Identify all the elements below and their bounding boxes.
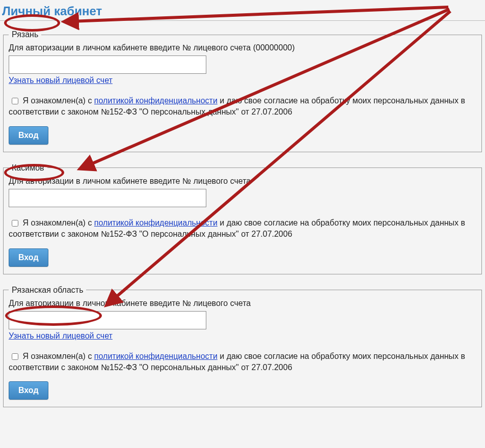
consent-row: Я ознакомлен(а) с политикой конфиденциал… [9, 351, 476, 374]
login-button[interactable]: Вход [9, 126, 48, 145]
policy-link[interactable]: политикой конфиденциальности [94, 352, 218, 360]
policy-link[interactable]: политикой конфиденциальности [94, 218, 218, 227]
page-title: Личный кабинет [0, 0, 485, 21]
new-account-link[interactable]: Узнать новый лицевой счет [9, 76, 113, 85]
account-number-input[interactable] [9, 311, 206, 329]
region-legend: Рязанская область [9, 286, 86, 295]
consent-checkbox[interactable] [12, 353, 18, 360]
new-account-link[interactable]: Узнать новый лицевой счет [9, 331, 113, 341]
region-legend: Рязань [9, 30, 41, 39]
consent-row: Я ознакомлен(а) с политикой конфиденциал… [9, 217, 476, 240]
instruction-text: Для авторизации в личном кабинете введит… [9, 43, 476, 52]
account-number-input[interactable] [9, 189, 206, 207]
login-button[interactable]: Вход [9, 381, 48, 400]
region-ryazan: Рязань Для авторизации в личном кабинете… [3, 30, 482, 152]
consent-prefix: Я ознакомлен(а) с [22, 352, 94, 360]
policy-link[interactable]: политикой конфиденциальности [94, 96, 218, 105]
account-number-input[interactable] [9, 55, 206, 74]
instruction-text: Для авторизации в личном кабинете введит… [9, 299, 476, 308]
consent-prefix: Я ознакомлен(а) с [22, 96, 94, 105]
login-button[interactable]: Вход [9, 248, 48, 267]
region-ryazanskaya-oblast: Рязанская область Для авторизации в личн… [3, 286, 482, 408]
consent-checkbox[interactable] [12, 98, 18, 104]
instruction-text: Для авторизации в личном кабинете введит… [9, 177, 476, 186]
consent-prefix: Я ознакомлен(а) с [22, 218, 94, 227]
region-kasimov: Касимов Для авторизации в личном кабинет… [3, 163, 482, 274]
consent-checkbox[interactable] [12, 220, 18, 227]
consent-row: Я ознакомлен(а) с политикой конфиденциал… [9, 95, 476, 118]
region-legend: Касимов [9, 163, 47, 173]
